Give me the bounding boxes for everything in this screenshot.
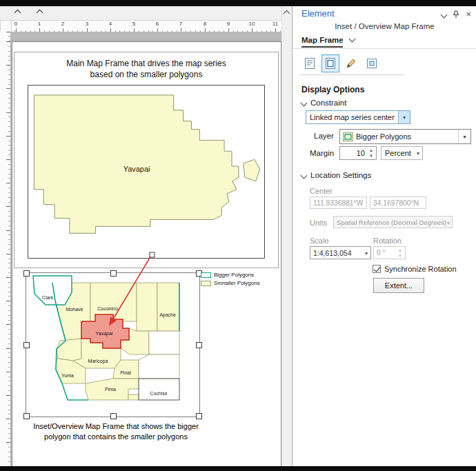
- legend-label: Bigger Polygons: [214, 272, 254, 278]
- panel-header-icons: ×: [442, 10, 471, 19]
- layout-page: Main Map Frame that drives the map serie…: [12, 41, 281, 468]
- layout-canvas: Main Map Frame that drives the map serie…: [10, 32, 281, 466]
- selection-handle[interactable]: [196, 413, 202, 419]
- inset-label-yuma: Yuma: [61, 373, 74, 378]
- ruler-number: 9: [227, 21, 230, 27]
- rotation-stepper: 0 ° ▴ ▾: [373, 246, 406, 259]
- scale-label: Scale: [310, 237, 329, 245]
- layer-combobox[interactable]: Bigger Polygons ▾: [339, 129, 471, 144]
- bigger-polygon-clark: [33, 276, 72, 305]
- layer-thumbnail-icon: [343, 132, 353, 141]
- location-settings-section-header[interactable]: Location Settings: [301, 171, 371, 179]
- pin-icon[interactable]: [453, 10, 459, 19]
- rotation-value: 0 °: [377, 249, 386, 257]
- tab-map-frame-label: Map Frame: [301, 36, 344, 44]
- main-map-svg: Yavapai: [28, 86, 263, 257]
- layout-toolstrip: [0, 6, 291, 21]
- spinner-icon[interactable]: ▴ ▾: [368, 148, 375, 159]
- units-dropdown: Spatial Reference (Decimal Degrees) ▾: [333, 216, 453, 228]
- main-map-frame[interactable]: Main Map Frame that drives the map serie…: [14, 52, 279, 268]
- selection-handle[interactable]: [110, 413, 117, 419]
- window-top-bar: [0, 0, 476, 6]
- scale-value: 1:4,613,054: [313, 249, 351, 257]
- margin-value: 10: [357, 149, 365, 157]
- selection-handle[interactable]: [23, 413, 30, 419]
- options-tab-icon[interactable]: [301, 54, 319, 72]
- selection-handle[interactable]: [23, 342, 30, 348]
- synchronize-rotation-checkbox[interactable]: [373, 265, 381, 273]
- vertical-scrollbar[interactable]: [281, 6, 292, 466]
- spinner-icon: ▴ ▾: [397, 248, 404, 259]
- ruler-number: 2: [61, 21, 64, 27]
- units-value: Spatial Reference (Decimal Degrees): [337, 219, 446, 226]
- collapse-chevron-icon[interactable]: [14, 10, 21, 17]
- extent-button[interactable]: Extent...: [373, 278, 424, 293]
- panel-subtitle: Inset / Overview Map Frame: [292, 22, 476, 30]
- center-latitude-value: 34.1697800°N: [373, 199, 419, 207]
- county-greenlee: [139, 354, 179, 379]
- panel-menu-chevron-icon[interactable]: [441, 11, 448, 18]
- constraint-section-header[interactable]: Constraint: [301, 99, 346, 107]
- inset-label-apache: Apache: [159, 312, 176, 318]
- center-longitude-value: 111.9336881°W: [313, 199, 363, 207]
- placement-tab-icon[interactable]: [363, 54, 381, 72]
- window-bottom-bar: [0, 466, 476, 471]
- synchronize-rotation-label: Synchronize Rotation: [384, 265, 457, 273]
- inset-label-mohave: Mohave: [66, 307, 83, 312]
- ruler-number: 8: [204, 21, 206, 27]
- main-map-county-label: Yavapai: [123, 165, 150, 173]
- ruler-number: 4: [109, 21, 112, 27]
- ruler-number: 1: [38, 21, 41, 27]
- selection-handle[interactable]: [23, 270, 30, 277]
- element-panel: Element × Inset / Overview Map Frame Map…: [292, 6, 476, 466]
- dropdown-arrow-icon: ▾: [447, 220, 450, 226]
- scroll-up-icon[interactable]: [284, 10, 290, 17]
- inset-label-pinal: Pinal: [120, 370, 131, 375]
- inset-caption: Inset/Overview Map Frame that shows the …: [12, 421, 219, 442]
- dropdown-arrow-icon[interactable]: ▾: [398, 111, 410, 123]
- legend-item: Smnaller Polygons: [201, 280, 278, 286]
- display-tab-icon[interactable]: [342, 54, 360, 72]
- spinner-up-icon: ▴: [399, 248, 401, 253]
- selection-handle[interactable]: [196, 342, 202, 348]
- collapse-chevron-icon[interactable]: [37, 10, 43, 17]
- smaller-polygons-swatch-icon: [201, 281, 211, 286]
- spinner-down-icon[interactable]: ▾: [370, 153, 373, 159]
- inset-label-maricopa: Maricopa: [88, 359, 108, 364]
- ruler-number: 5: [132, 21, 135, 27]
- ruler-number: 11: [272, 21, 278, 27]
- main-frame-title-line2: based on the smaller polygons: [14, 69, 278, 80]
- scale-combobox[interactable]: 1:4,613,054 ▾: [310, 246, 371, 259]
- inset-label-coconino: Coconino: [97, 306, 118, 311]
- layer-label: Layer: [314, 132, 334, 140]
- selection-handle[interactable]: [110, 270, 117, 277]
- ruler-number: 0: [14, 21, 17, 27]
- dropdown-arrow-icon[interactable]: ▾: [458, 130, 470, 143]
- center-label: Center: [310, 187, 333, 195]
- inset-label-cochise: Cochise: [150, 391, 167, 396]
- main-frame-title-line1: Main Map Frame that drives the map serie…: [14, 58, 278, 69]
- panel-divider: [292, 48, 476, 49]
- tab-chevron-icon: [348, 36, 355, 43]
- inset-map-svg: Clark Mohave Coconino Apache Yavapai Mar…: [26, 273, 198, 415]
- tab-map-frame[interactable]: Map Frame: [301, 36, 355, 44]
- spinner-up-icon[interactable]: ▴: [370, 148, 373, 153]
- margin-unit-dropdown[interactable]: Percent ▾: [381, 146, 423, 160]
- inset-label-clark: Clark: [42, 295, 54, 300]
- main-map-box[interactable]: Yavapai: [28, 85, 265, 259]
- location-settings-heading: Location Settings: [310, 171, 371, 179]
- close-icon[interactable]: ×: [466, 11, 471, 18]
- legend-label: Smnaller Polygons: [214, 280, 260, 286]
- icon-row-divider: [299, 74, 404, 75]
- county-apache: [157, 283, 179, 331]
- display-options-tab-icon[interactable]: [321, 54, 339, 72]
- dropdown-arrow-icon[interactable]: ▾: [365, 250, 368, 257]
- tab-underline: [301, 46, 343, 48]
- constraint-type-value: Linked map series center: [310, 113, 395, 121]
- inset-map-frame[interactable]: Clark Mohave Coconino Apache Yavapai Mar…: [26, 272, 200, 417]
- center-latitude-field: 34.1697800°N: [370, 197, 426, 209]
- constraint-type-combobox[interactable]: Linked map series center ▾: [306, 110, 410, 124]
- map-legend[interactable]: Bigger Polygons Smnaller Polygons: [201, 272, 278, 288]
- margin-stepper[interactable]: 10 ▴ ▾: [339, 146, 377, 160]
- layer-value: Bigger Polygons: [356, 132, 411, 141]
